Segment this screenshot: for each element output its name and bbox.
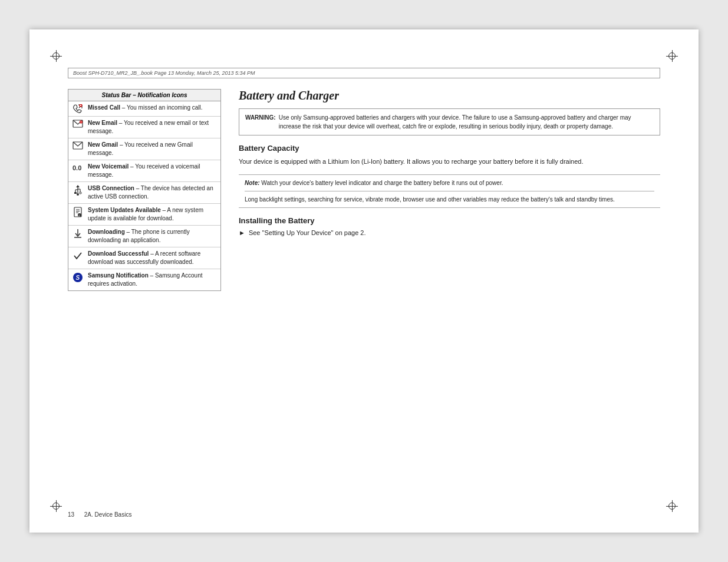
system-updates-icon: i xyxy=(71,206,84,217)
usb-connection-text: USB Connection – The device has detected… xyxy=(88,184,218,201)
note-label: Note: xyxy=(245,180,260,186)
svg-rect-16 xyxy=(74,192,77,194)
missed-call-icon xyxy=(71,104,84,114)
svg-marker-14 xyxy=(76,185,80,187)
battery-capacity-body: Your device is equipped with a Lithium I… xyxy=(239,157,660,167)
svg-text:0.0: 0.0 xyxy=(73,164,81,171)
new-voicemail-text: New Voicemail – You received a voicemail… xyxy=(88,163,218,179)
new-voicemail-bold: New Voicemail xyxy=(88,163,129,170)
download-successful-text: Download Successful – A recent software … xyxy=(88,250,218,266)
page-footer: 13 2A. Device Basics xyxy=(68,511,131,518)
new-email-text: New Email – You received a new email or … xyxy=(88,119,218,135)
reg-mark-tl xyxy=(50,50,62,62)
missed-call-text: Missed Call – You missed an incoming cal… xyxy=(88,104,218,112)
samsung-notification-bold: Samsung Notification xyxy=(88,272,149,279)
new-gmail-bold: New Gmail xyxy=(88,141,118,148)
content-area: Boost SPH-D710_MR2_JB_.book Page 13 Mond… xyxy=(68,68,660,494)
left-column: Status Bar – Notification Icons xyxy=(68,89,221,494)
note-text2: Long backlight settings, searching for s… xyxy=(245,196,615,203)
download-successful-bold: Download Successful xyxy=(88,250,149,257)
meta-text: Boost SPH-D710_MR2_JB_.book Page 13 Mond… xyxy=(73,70,255,76)
svg-point-21 xyxy=(77,193,79,196)
table-row: Download Successful – A recent software … xyxy=(68,247,220,269)
note-text1: Watch your device's battery level indica… xyxy=(261,180,503,186)
usb-bold: USB Connection xyxy=(88,185,134,191)
new-gmail-icon xyxy=(71,141,84,150)
new-email-icon xyxy=(71,119,84,128)
table-row: New Gmail – You received a new Gmail mes… xyxy=(68,138,220,160)
warning-label: WARNING: xyxy=(245,113,276,131)
reg-mark-tr xyxy=(666,50,678,62)
new-gmail-text: New Gmail – You received a new Gmail mes… xyxy=(88,141,218,157)
table-row: S Samsung Notification – Samsung Account… xyxy=(68,269,220,290)
page-number: 13 xyxy=(68,511,74,518)
right-column: Battery and Charger WARNING: Use only Sa… xyxy=(239,89,660,494)
table-row: i System Updates Available – A new syste… xyxy=(68,204,220,226)
table-row: New Email – You received a new email or … xyxy=(68,117,220,138)
status-table-header: Status Bar – Notification Icons xyxy=(68,90,220,101)
missed-call-bold: Missed Call xyxy=(88,104,120,111)
footer-section: 2A. Device Basics xyxy=(84,511,132,518)
note-box: Note: Watch your device's battery level … xyxy=(239,174,660,208)
status-table: Status Bar – Notification Icons xyxy=(68,89,221,291)
installing-battery-title: Installing the Battery xyxy=(239,216,660,225)
warning-box: WARNING: Use only Samsung-approved batte… xyxy=(239,108,660,135)
meta-bar: Boost SPH-D710_MR2_JB_.book Page 13 Mond… xyxy=(68,68,660,78)
reg-mark-br xyxy=(666,500,678,512)
download-successful-icon xyxy=(71,250,84,261)
reg-mark-bl xyxy=(50,500,62,512)
downloading-text: Downloading – The phone is currently dow… xyxy=(88,228,218,244)
footer-spacer xyxy=(76,511,83,518)
bullet-arrow-icon: ► xyxy=(239,229,245,236)
installing-battery-bullet: ► See "Setting Up Your Device" on page 2… xyxy=(239,229,660,236)
system-updates-bold: System Updates Available xyxy=(88,207,161,213)
svg-rect-18 xyxy=(80,192,81,194)
note-separator xyxy=(245,191,654,191)
samsung-notification-icon: S xyxy=(71,272,84,283)
new-email-bold: New Email xyxy=(88,120,117,126)
table-row: Downloading – The phone is currently dow… xyxy=(68,226,220,247)
downloading-icon xyxy=(71,228,84,239)
new-voicemail-icon: 0.0 xyxy=(71,163,84,171)
table-row: USB Connection – The device has detected… xyxy=(68,182,220,204)
table-row: 0.0 New Voicemail – You received a voice… xyxy=(68,160,220,182)
usb-icon xyxy=(71,184,84,196)
battery-capacity-title: Battery Capacity xyxy=(239,144,660,153)
two-column-layout: Status Bar – Notification Icons xyxy=(68,89,660,494)
system-updates-text: System Updates Available – A new system … xyxy=(88,206,218,223)
installing-battery-text: See "Setting Up Your Device" on page 2. xyxy=(249,229,366,236)
samsung-notification-text: Samsung Notification – Samsung Account r… xyxy=(88,272,218,288)
table-row: Missed Call – You missed an incoming cal… xyxy=(68,101,220,117)
section-title: Battery and Charger xyxy=(239,89,660,103)
warning-text: Use only Samsung-approved batteries and … xyxy=(279,113,654,131)
downloading-bold: Downloading xyxy=(88,229,125,235)
svg-text:S: S xyxy=(76,275,80,281)
